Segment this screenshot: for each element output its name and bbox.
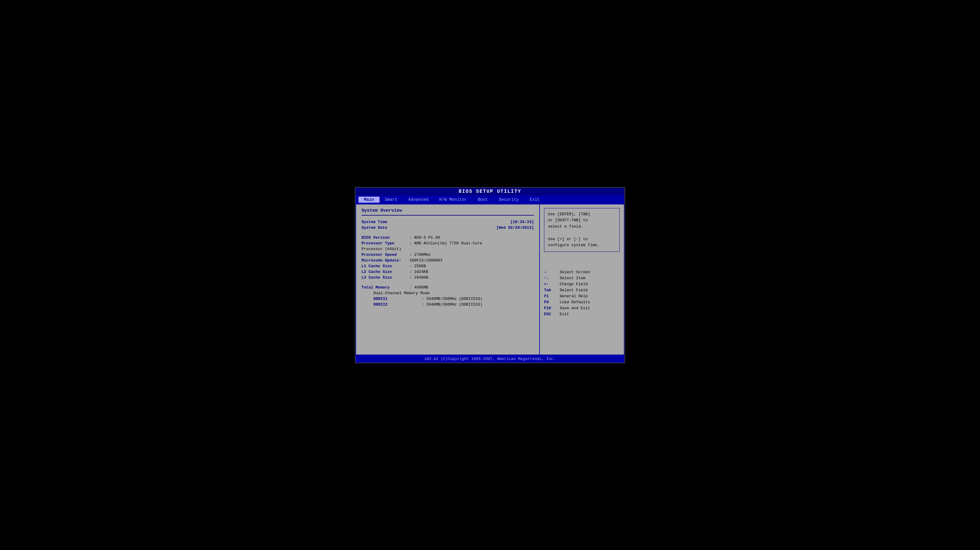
memory-mode: Dual-Channel Memory Mode (374, 291, 430, 296)
info-value: : 1024KB (409, 270, 428, 274)
nav-item-smart[interactable]: Smart (380, 197, 403, 203)
info-value: : N68-S P1.50 (409, 235, 440, 240)
info-label: L1 Cache Size (361, 264, 409, 269)
info-row: L2 Cache Size: 1024KB (361, 270, 534, 274)
key-code: F9 (544, 300, 560, 304)
key-code: F10 (544, 306, 560, 310)
key-desc: Select Screen (560, 270, 590, 274)
key-code: +- (544, 282, 560, 286)
info-row: Microcode Update:100F23/1000083 (361, 258, 534, 263)
nav-item-security[interactable]: Security (493, 197, 524, 203)
nav-item-exit[interactable]: Exit (524, 197, 545, 203)
bios-screen: BIOS SETUP UTILITY MainSmartAdvancedH/W … (355, 187, 625, 363)
key-desc: Select Field (560, 288, 588, 292)
info-value: Processor (64bit) (361, 247, 401, 251)
key-code: ↑↓ (544, 276, 560, 280)
info-value: : AMD Athlon(tm) 7750 Dual-Core (409, 241, 482, 246)
system-date-row: System Date [Wed 02/20/2013] (361, 226, 534, 230)
key-row: +-Change Field (544, 282, 620, 286)
key-row: F1General Help (544, 294, 620, 299)
footer: v02.62 (C)Copyright 1985-2007, American … (355, 355, 625, 362)
key-code: ESC (544, 312, 560, 316)
nav-item-advanced[interactable]: Advanced (403, 197, 434, 203)
dimm-slots: DDRII1: 2048MB/266MHz (DDRII533)DDRII2: … (361, 297, 534, 307)
system-time-row: System Time [18:34:33] (361, 220, 534, 224)
key-code: F1 (544, 294, 560, 299)
key-desc: Load Defaults (560, 300, 590, 304)
info-label: BIOS Version (361, 235, 409, 240)
key-row: F9Load Defaults (544, 300, 620, 304)
memory-row: Total Memory : 4096MB (361, 285, 534, 290)
memory-value: : 4096MB (409, 285, 428, 290)
key-desc: General Help (560, 294, 588, 299)
dimm-slot-row: DDRII1: 2048MB/266MHz (DDRII533) (361, 297, 534, 301)
dimm-value: : 2048MB/266MHz (DDRII533) (422, 297, 482, 301)
info-label: Microcode Update: (361, 258, 409, 263)
dimm-value: : 2048MB/266MHz (DDRII533) (422, 302, 482, 307)
memory-label: Total Memory (361, 285, 409, 290)
key-row: TabSelect Field (544, 288, 620, 292)
dimm-label: DDRII1 (374, 297, 422, 301)
title-bar: BIOS SETUP UTILITY (355, 188, 625, 196)
info-value: : 2700MHz (409, 253, 431, 257)
nav-item-boot[interactable]: Boot (472, 197, 493, 203)
right-panel: Use [ENTER], [TAB]or [SHIFT-TAB] toselec… (540, 205, 624, 354)
key-desc: Select Item (560, 276, 585, 280)
main-content: System Overview System Time [18:34:33] S… (355, 204, 625, 355)
info-row: Processor (64bit) (361, 247, 534, 251)
info-row: L1 Cache Size: 256KB (361, 264, 534, 269)
key-row: ↔Select Screen (544, 270, 620, 274)
key-desc: Exit (560, 312, 569, 316)
keybindings: ↔Select Screen↑↓Select Item+-Change Fiel… (544, 270, 620, 316)
info-label: Processor Type (361, 241, 409, 246)
key-code: Tab (544, 288, 560, 292)
left-panel: System Overview System Time [18:34:33] S… (356, 205, 540, 354)
system-date-label: System Date (361, 226, 409, 230)
nav-item-main[interactable]: Main (358, 197, 380, 203)
info-row: Processor Type: AMD Athlon(tm) 7750 Dual… (361, 241, 534, 246)
key-desc: Save and Exit (560, 306, 590, 310)
dimm-label: DDRII2 (374, 302, 422, 307)
key-row: ESCExit (544, 312, 620, 316)
section-divider (361, 215, 534, 216)
info-value: : 256KB (409, 264, 426, 269)
dimm-slot-row: DDRII2: 2048MB/266MHz (DDRII533) (361, 302, 534, 307)
info-fields: BIOS Version: N68-S P1.50Processor Type:… (361, 235, 534, 280)
bios-title: BIOS SETUP UTILITY (459, 189, 522, 194)
help-box: Use [ENTER], [TAB]or [SHIFT-TAB] toselec… (544, 208, 620, 252)
info-row: Processor Speed: 2700MHz (361, 253, 534, 257)
system-time-label: System Time (361, 220, 409, 224)
info-row: BIOS Version: N68-S P1.50 (361, 235, 534, 240)
key-row: ↑↓Select Item (544, 276, 620, 280)
info-label: Processor Speed (361, 253, 409, 257)
system-time-value[interactable]: [18:34:33] (511, 220, 534, 224)
info-label: L3 Cache Size (361, 275, 409, 280)
memory-mode-row: Dual-Channel Memory Mode (361, 291, 534, 296)
key-row: F10Save and Exit (544, 306, 620, 310)
info-value: 100F23/1000083 (409, 258, 442, 263)
info-row: L3 Cache Size: 2048KB (361, 275, 534, 280)
system-date-value[interactable]: [Wed 02/20/2013] (496, 226, 534, 230)
key-desc: Change Field (560, 282, 588, 286)
footer-text: v02.62 (C)Copyright 1985-2007, American … (425, 357, 556, 361)
nav-bar[interactable]: MainSmartAdvancedH/W MonitorBootSecurity… (355, 196, 625, 204)
help-text: Use [ENTER], [TAB]or [SHIFT-TAB] toselec… (548, 212, 600, 248)
key-code: ↔ (544, 270, 560, 274)
info-label: L2 Cache Size (361, 270, 409, 274)
info-value: : 2048KB (409, 275, 428, 280)
section-title: System Overview (361, 208, 534, 213)
nav-item-h-w-monitor[interactable]: H/W Monitor (434, 197, 472, 203)
